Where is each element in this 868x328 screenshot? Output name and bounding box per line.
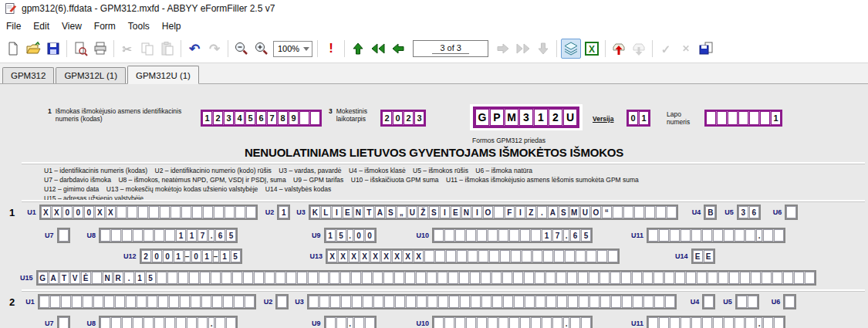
u1-label: U1: [27, 208, 36, 216]
new-document-icon[interactable]: [4, 39, 22, 58]
u1-label: U1: [25, 298, 35, 306]
field-u3[interactable]: [307, 294, 677, 309]
tax-period-field[interactable]: 2023: [380, 110, 426, 127]
open-file-icon[interactable]: [24, 39, 42, 58]
lapo-field[interactable]: 1: [704, 110, 782, 127]
tab-gpm312u[interactable]: GPM312U (1): [127, 66, 199, 84]
row-number: 1: [9, 207, 15, 218]
nav-next-page-icon: [494, 39, 512, 58]
copy-icon: [138, 39, 157, 58]
u5-label: U5: [724, 208, 734, 216]
form-code-panel: GPM312U: [470, 104, 583, 130]
field-u11[interactable]: .: [647, 316, 785, 328]
u11-label: U11: [631, 232, 643, 239]
u13-label: U13: [310, 252, 323, 260]
window-title: gpm312(6).ffdata - GPM312.mxfd - ABBYY e…: [22, 3, 275, 14]
form-code-note: Formos GPM312 priedas: [472, 137, 545, 144]
u14-label: U14: [675, 252, 688, 260]
page-indicator-field[interactable]: 3 of 3: [413, 40, 488, 57]
nav-up-icon[interactable]: [349, 39, 367, 58]
field-u8[interactable]: .: [99, 316, 238, 328]
field-u2[interactable]: 1: [277, 205, 290, 220]
field-u6[interactable]: [785, 205, 798, 220]
field-u12[interactable]: 2001–01–15: [140, 249, 242, 264]
legend-line-3: U12 – gimimo data U13 – mokesčių mokėtoj…: [44, 185, 860, 194]
versija-label: Versija: [593, 115, 613, 123]
field-u5[interactable]: 36: [737, 205, 761, 220]
field-u4[interactable]: B: [704, 205, 717, 220]
field-u9[interactable]: 15.00: [324, 228, 377, 243]
row2-line-b: U7 U8 . U9 . U10 . U11 .: [0, 315, 868, 328]
tax-period-label-num: 3: [329, 107, 333, 123]
nav-prev-page-icon[interactable]: [389, 39, 407, 58]
field-u4[interactable]: [702, 294, 715, 309]
paste-icon: [158, 39, 177, 58]
u4-label: U4: [692, 208, 701, 216]
row2-line-a: 2 U1 U2 U3 U4 U5 U6: [0, 293, 868, 310]
field-u3[interactable]: KLIENTAS„UŽSIENIOFIZ.ASMUO“: [309, 205, 678, 220]
row1-line-b: U7 U8 117.65 U9 15.00 U10 17.65 U11 .: [0, 227, 868, 244]
menu-form[interactable]: Form: [88, 19, 122, 34]
tax-period-label: 3 Mokestinis laikotarpis: [329, 107, 373, 123]
legend-line-1: U1 – identifikacinis numeris (kodas) U2 …: [44, 167, 860, 176]
separator-line: [22, 289, 865, 292]
u3-label: U3: [296, 208, 306, 216]
field-u2[interactable]: [275, 294, 289, 309]
toolbar: ✂ ↶ ↷ 100% ! 3 of 3 X ✓ ✕: [0, 35, 868, 63]
u10-label: U10: [417, 320, 430, 327]
field-u1[interactable]: XX000XX: [39, 205, 258, 220]
cut-icon: ✂: [118, 39, 137, 58]
field-u10[interactable]: 17.65: [432, 228, 593, 243]
field-u14[interactable]: EE: [691, 249, 715, 264]
separator-line: [22, 200, 865, 202]
print-icon[interactable]: [91, 39, 110, 58]
menu-file[interactable]: File: [0, 19, 27, 34]
undo-icon[interactable]: ↶: [185, 39, 204, 58]
form-title: NENUOLATINIAMS LIETUVOS GYVENTOJAMS IŠMO…: [0, 146, 868, 159]
u6-label: U6: [773, 208, 782, 216]
field-u13[interactable]: XXXXXXXXX: [326, 249, 620, 264]
zoom-in-icon[interactable]: [252, 39, 271, 58]
chevron-down-icon: [303, 47, 309, 51]
field-u5[interactable]: [735, 294, 759, 309]
save-data-icon[interactable]: [697, 39, 715, 58]
zoom-level-select[interactable]: 100%: [273, 41, 312, 57]
nav-first-page-icon[interactable]: [369, 39, 387, 58]
field-u7[interactable]: [57, 228, 70, 243]
menu-edit[interactable]: Edit: [27, 19, 56, 34]
field-u7[interactable]: [57, 316, 70, 328]
u4-label: U4: [691, 298, 700, 306]
payer-id-label-num: 1: [48, 107, 52, 123]
print-preview-icon[interactable]: [71, 39, 90, 58]
svg-text:X: X: [589, 44, 595, 55]
lapo-label-text: Lapo numeris: [667, 110, 699, 126]
export-data-icon: [630, 39, 648, 58]
check-errors-icon[interactable]: !: [322, 39, 340, 58]
menu-help[interactable]: Help: [156, 19, 187, 34]
field-u6[interactable]: [783, 294, 796, 309]
versija-field[interactable]: 01: [627, 110, 650, 127]
row1-line-d: U15 GATVĖNR.15: [0, 269, 868, 286]
field-u1[interactable]: [38, 294, 256, 309]
u2-label: U2: [264, 298, 273, 306]
field-u15[interactable]: GATVĖNR.15: [36, 270, 816, 286]
zoom-out-icon[interactable]: [232, 39, 251, 58]
payer-id-field[interactable]: 123456789: [201, 110, 322, 127]
tab-gpm312l[interactable]: GPM312L (1): [56, 67, 126, 83]
menu-tools[interactable]: Tools: [122, 19, 156, 34]
u5-label: U5: [723, 298, 732, 306]
row-number: 2: [9, 296, 15, 308]
validate-check-icon: ✓: [657, 39, 675, 58]
layers-view-icon[interactable]: [561, 39, 581, 59]
field-u8[interactable]: 117.65: [99, 228, 238, 243]
tab-gpm312[interactable]: GPM312: [2, 67, 54, 83]
menu-view[interactable]: View: [56, 19, 88, 34]
import-data-icon[interactable]: [610, 39, 628, 58]
field-u9[interactable]: .: [324, 316, 377, 328]
u10-label: U10: [417, 232, 430, 239]
field-u10[interactable]: .: [432, 316, 593, 328]
field-u11[interactable]: .: [647, 228, 785, 243]
excel-export-icon[interactable]: X: [583, 39, 601, 58]
save-icon[interactable]: [44, 39, 62, 58]
nav-down-icon: [534, 39, 552, 58]
